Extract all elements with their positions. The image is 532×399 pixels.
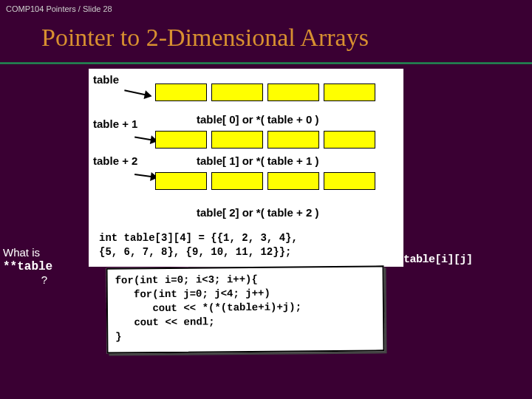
question-line1: What is [3, 246, 86, 259]
title-divider [0, 62, 532, 64]
question-line2: **table [3, 260, 86, 273]
code-declaration: int table[3][4] = {{1, 2, 3, 4}, {5, 6, … [99, 231, 393, 259]
table-row [155, 131, 375, 149]
slide-header: COMP104 Pointers / Slide 28 [0, 0, 532, 18]
array-cell [267, 83, 319, 101]
code-loop-box: for(int i=0; i<3; i++){ for(int j=0; j<4… [106, 265, 385, 353]
array-cell [267, 172, 319, 190]
array-cell [211, 83, 263, 101]
row-desc-2: table[ 2] or *( table + 2 ) [197, 206, 318, 219]
content-area: What is **table ? table table + 1 table … [0, 69, 532, 386]
table-row [155, 83, 375, 101]
array-cell [211, 172, 263, 190]
main-column: table table + 1 table + 2 [89, 69, 403, 386]
array-diagram: table table + 1 table + 2 [89, 69, 403, 224]
array-cell [324, 83, 375, 101]
arrow-icon [124, 89, 151, 96]
array-cell [155, 83, 207, 101]
arrow-icon [134, 136, 157, 141]
array-cell [267, 131, 319, 149]
row-label-2: table + 2 [93, 154, 137, 167]
row-desc-0: table[ 0] or *( table + 0 ) [197, 113, 318, 126]
row-label-0: table [93, 73, 119, 86]
array-cell [155, 172, 207, 190]
row-desc-1: table[ 1] or *( table + 1 ) [197, 154, 318, 167]
code-area: int table[3][4] = {{1, 2, 3, 4}, {5, 6, … [89, 224, 403, 267]
slide-title: Pointer to 2-Dimensional Arrays [0, 18, 532, 62]
row-label-1: table + 1 [93, 117, 137, 130]
array-cell [324, 131, 375, 149]
arrow-icon [134, 174, 157, 178]
code-loop: for(int i=0; i<3; i++){ for(int j=0; j<4… [115, 271, 376, 344]
right-annotation: table[i][j] [403, 69, 532, 386]
question-line3: ? [3, 273, 86, 286]
array-cell [324, 172, 375, 190]
question-block: What is **table ? [0, 69, 89, 386]
array-cell [155, 131, 207, 149]
table-row [155, 172, 375, 190]
array-cell [211, 131, 263, 149]
